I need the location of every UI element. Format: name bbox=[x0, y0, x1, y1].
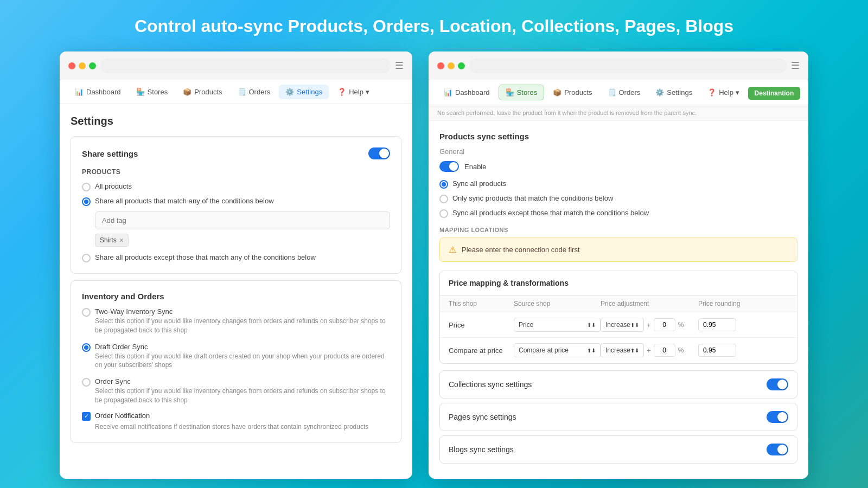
menu-icon-left[interactable]: ☰ bbox=[395, 60, 404, 72]
radio-sync-all-circle bbox=[439, 180, 448, 189]
dot-red-left[interactable] bbox=[68, 62, 75, 69]
nav-dashboard-right[interactable]: 📊 Dashboard bbox=[437, 85, 496, 100]
warning-bar: No search performed, leave the product f… bbox=[429, 105, 808, 121]
nav-bar-right: 📊 Dashboard 🏪 Stores 📦 Products 🗒️ Order… bbox=[429, 80, 808, 105]
adj-value-input-1[interactable] bbox=[654, 318, 675, 331]
orders-icon-right: 🗒️ bbox=[608, 88, 616, 97]
nav-products-left[interactable]: 📦 Products bbox=[176, 85, 228, 99]
radio-match-conditions[interactable]: Share all products that match any of the… bbox=[82, 197, 390, 206]
stores-icon-right: 🏪 bbox=[506, 88, 514, 97]
tag-input[interactable] bbox=[95, 211, 390, 229]
enable-toggle[interactable] bbox=[439, 161, 459, 172]
share-settings-title: Share settings bbox=[82, 149, 138, 158]
radio-draft-order[interactable]: Draft Order Sync Select this option if y… bbox=[82, 343, 390, 370]
price-row-1: Price Price ⬆⬇ Increase ⬆⬇ + bbox=[440, 312, 797, 338]
enable-label: Enable bbox=[464, 163, 486, 171]
left-window: ☰ 📊 Dashboard 🏪 Stores 📦 Products 🗒️ Ord… bbox=[60, 52, 412, 479]
orders-icon-left: 🗒️ bbox=[238, 88, 246, 96]
inventory-card: Inventory and Orders Two-Way Inventory S… bbox=[71, 280, 401, 443]
window-dots-left bbox=[68, 62, 96, 69]
pages-sync-row: Pages sync settings bbox=[439, 403, 797, 431]
adj-chevron-2: ⬆⬇ bbox=[630, 348, 639, 354]
nav-bar-left: 📊 Dashboard 🏪 Stores 📦 Products 🗒️ Order… bbox=[60, 80, 412, 104]
price-adj-1: Increase ⬆⬇ + % bbox=[601, 318, 698, 332]
nav-settings-right[interactable]: ⚙️ Settings bbox=[649, 85, 699, 100]
products-sync-section: Products sync settings General Enable Sy… bbox=[439, 132, 797, 218]
dot-yellow-right[interactable] bbox=[448, 62, 455, 69]
dashboard-icon-right: 📊 bbox=[444, 88, 452, 97]
source-shop-select-2[interactable]: Compare at price ⬆⬇ bbox=[514, 343, 601, 357]
source-shop-select-1[interactable]: Price ⬆⬇ bbox=[514, 318, 601, 332]
right-titlebar: ☰ bbox=[429, 52, 808, 80]
chevron-down-icon-1: ⬆⬇ bbox=[587, 322, 596, 328]
products-radio-group: All products Share all products that mat… bbox=[82, 182, 390, 206]
radio-all-products[interactable]: All products bbox=[82, 182, 390, 191]
settings-icon-left: ⚙️ bbox=[285, 88, 294, 96]
collections-toggle[interactable] bbox=[767, 378, 788, 390]
page-title: Control auto-sync Products, Orders, Loca… bbox=[135, 16, 733, 36]
help-icon-right: ❓ bbox=[707, 88, 716, 97]
tag-close-icon[interactable]: × bbox=[119, 236, 124, 245]
adj-type-select-1[interactable]: Increase ⬆⬇ bbox=[601, 318, 644, 332]
adj-chevron-1: ⬆⬇ bbox=[630, 322, 639, 328]
settings-icon-right: ⚙️ bbox=[655, 88, 664, 97]
price-table-header: This shop Source shop Price adjustment P… bbox=[440, 296, 797, 312]
connection-warning: ⚠ Please enter the connection code first bbox=[439, 237, 797, 262]
radio-sync-except-circle bbox=[439, 209, 448, 218]
adj-value-input-2[interactable] bbox=[654, 344, 675, 357]
radio-sync-match-circle bbox=[439, 195, 448, 203]
collections-sync-label: Collections sync settings bbox=[449, 380, 532, 389]
nav-dashboard-left[interactable]: 📊 Dashboard bbox=[68, 85, 127, 99]
settings-title: Settings bbox=[71, 115, 401, 127]
dot-yellow-left[interactable] bbox=[79, 62, 86, 69]
products-toggle[interactable] bbox=[368, 147, 390, 159]
dashboard-icon-left: 📊 bbox=[75, 88, 84, 96]
blogs-toggle[interactable] bbox=[767, 444, 788, 455]
pages-sync-label: Pages sync settings bbox=[449, 413, 516, 421]
rounding-input-2[interactable] bbox=[698, 344, 736, 357]
nav-products-right[interactable]: 📦 Products bbox=[546, 85, 598, 100]
radio-sync-all[interactable]: Sync all products bbox=[439, 179, 797, 189]
nav-orders-right[interactable]: 🗒️ Orders bbox=[601, 85, 647, 100]
rounding-input-1[interactable] bbox=[698, 318, 736, 331]
sync-radio-group: Sync all products Only sync products tha… bbox=[439, 179, 797, 218]
nav-stores-left[interactable]: 🏪 Stores bbox=[130, 85, 175, 99]
radio-all-circle bbox=[82, 183, 91, 191]
order-notification-checkbox[interactable] bbox=[82, 412, 91, 421]
destination-badge[interactable]: Destinantion bbox=[748, 87, 801, 100]
nav-settings-left[interactable]: ⚙️ Settings bbox=[279, 85, 329, 99]
radio-except-conditions[interactable]: Share all products except those that mat… bbox=[82, 253, 390, 262]
inventory-title: Inventory and Orders bbox=[82, 292, 390, 301]
right-content: Products sync settings General Enable Sy… bbox=[429, 121, 808, 479]
mapping-locations-label: MAPPING LOCATIONS bbox=[439, 227, 797, 233]
nav-orders-left[interactable]: 🗒️ Orders bbox=[231, 85, 277, 99]
window-dots-right bbox=[437, 62, 465, 69]
radio-sync-match[interactable]: Only sync products that match the condit… bbox=[439, 194, 797, 203]
dot-green-left[interactable] bbox=[89, 62, 96, 69]
mapping-locations-section: MAPPING LOCATIONS ⚠ Please enter the con… bbox=[439, 227, 797, 262]
radio-except-circle bbox=[82, 254, 91, 262]
help-icon-left: ❓ bbox=[337, 88, 346, 96]
right-window: ☰ 📊 Dashboard 🏪 Stores 📦 Products 🗒️ Ord… bbox=[429, 52, 808, 479]
adj-type-select-2[interactable]: Increase ⬆⬇ bbox=[601, 343, 644, 357]
radio-two-way[interactable]: Two-Way Inventory Sync Select this optio… bbox=[82, 307, 390, 335]
products-icon-right: 📦 bbox=[553, 88, 561, 97]
dot-red-right[interactable] bbox=[437, 62, 444, 69]
stores-icon-left: 🏪 bbox=[136, 88, 145, 96]
menu-icon-right[interactable]: ☰ bbox=[791, 60, 800, 72]
products-section-label: PRODUCTS bbox=[82, 168, 390, 176]
nav-stores-right[interactable]: 🏪 Stores bbox=[499, 85, 545, 100]
left-content: Settings Share settings PRODUCTS All pro… bbox=[60, 104, 412, 460]
radio-sync-except[interactable]: Sync all products except those that matc… bbox=[439, 209, 797, 218]
radio-order-sync[interactable]: Order Sync Select this option if you wou… bbox=[82, 377, 390, 405]
collections-sync-row: Collections sync settings bbox=[439, 370, 797, 399]
price-mapping-header: Price mapping & transformations bbox=[440, 271, 797, 296]
radio-order-sync-circle bbox=[82, 378, 91, 387]
nav-help-right[interactable]: ❓ Help ▾ bbox=[701, 85, 745, 100]
url-bar-left bbox=[100, 58, 391, 73]
price-mapping-section: Price mapping & transformations This sho… bbox=[439, 271, 797, 364]
dot-green-right[interactable] bbox=[458, 62, 465, 69]
pages-toggle[interactable] bbox=[767, 411, 788, 423]
radio-two-way-circle bbox=[82, 308, 91, 317]
nav-help-left[interactable]: ❓ Help ▾ bbox=[331, 85, 375, 99]
